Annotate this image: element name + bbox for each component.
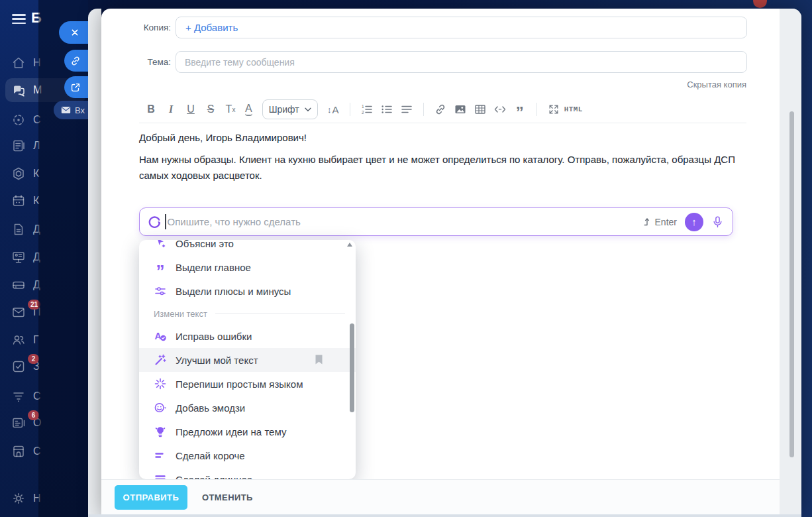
font-size-button[interactable]: ↕A [323,99,343,119]
bookmark-icon[interactable] [314,354,324,365]
link-icon [434,103,447,116]
board-icon [11,249,26,265]
ordered-list-icon: 12 [360,103,374,116]
bullet-list-button[interactable] [377,99,397,119]
font-select[interactable]: Шрифт [262,99,318,119]
message-body[interactable]: Добрый день, Игорь Владимирович! Нам нуж… [139,130,738,190]
menu-item-label: Улучши мой текст [176,355,258,366]
copilot-menu-item[interactable]: Предложи идеи на тему [139,420,356,443]
svg-text:1: 1 [362,104,364,109]
copilot-icon [11,112,26,128]
bold-button[interactable]: B [141,99,161,119]
modal-scrollbar[interactable] [789,111,794,457]
menu-item-label: Предложи идеи на тему [176,426,286,437]
quote-button[interactable]: ” [510,99,530,119]
copilot-menu-item[interactable]: Выдели плюсы и минусы [139,279,356,303]
copilot-menu-item[interactable]: Сделай длиннее [139,467,356,479]
menu-toggle-icon[interactable] [12,14,26,25]
cancel-button[interactable]: ОТМЕНИТЬ [198,492,257,503]
enter-hint: Enter [642,217,677,227]
mail-icon [61,106,71,114]
italic-button[interactable]: I [161,99,181,119]
align-button[interactable] [397,99,417,119]
screen: Б НМСЛККДДД21ПГ2ЗС6ОСН Вх Копия: + Добав… [0,0,812,517]
fullscreen-button[interactable] [544,99,564,119]
strikethrough-button[interactable]: S [201,99,221,119]
body-paragraph: Нам нужны образцы. Клиент на кухню выбир… [139,152,738,184]
ordered-list-button[interactable]: 12 [357,99,377,119]
idea-bulb-icon [154,425,167,438]
copilot-menu-item[interactable]: Сделай короче [139,443,356,467]
send-button[interactable]: ОТПРАВИТЬ [115,485,187,510]
quote-icon: ” [154,260,167,274]
behind-slider-mail-tab[interactable]: Вх [54,101,88,119]
pointer-sparkle-icon [154,240,167,250]
sliders-icon [154,284,167,298]
menu-item-label: Добавь эмодзи [176,402,245,414]
copy-field[interactable]: + Добавить [176,17,747,38]
copilot-input-bar[interactable]: Опишите, что нужно сделать Enter ↑ [139,207,733,236]
copilot-menu-item[interactable]: Улучши мой текст [139,348,356,372]
scroll-up-icon[interactable] [347,243,352,247]
copy-link-button[interactable] [64,50,88,72]
bcc-link[interactable]: Скрытая копия [687,80,746,89]
people-icon [11,332,26,348]
menu-item-label: Выдели главное [176,262,251,273]
align-left-icon [400,103,413,116]
link-icon [70,55,81,67]
html-mode-button[interactable]: HTML [564,99,584,119]
menu-item-label: Перепиши простым языком [176,378,303,390]
background-slider-edge [88,9,101,517]
home-icon [11,55,26,71]
add-recipient-button[interactable]: + Добавить [185,22,238,33]
copilot-menu-item[interactable]: Перепиши простым языком [139,372,356,396]
sparkle-burst-icon [154,377,167,390]
insert-image-button[interactable] [450,99,470,119]
slider-close-button[interactable] [59,21,88,44]
copilot-menu-item[interactable]: AИсправь ошибки [139,324,356,348]
code-icon [493,103,507,116]
copilot-menu-item[interactable]: Объясни это [139,240,356,255]
menu-scrollbar[interactable] [350,323,354,412]
subject-input[interactable] [176,51,747,73]
code-button[interactable] [490,99,510,119]
svg-text:A: A [155,331,162,341]
page-bottom-edge [88,514,801,517]
lengthen-icon [154,473,167,479]
microphone-button[interactable] [711,215,724,228]
badge: 6 [28,410,39,420]
clear-format-button[interactable]: Tx [221,99,240,119]
external-link-icon [70,82,81,93]
magic-wand-icon [154,353,167,367]
menu-item-label: Сделай длиннее [176,474,252,480]
storage-icon [11,443,26,459]
bullet-list-icon [380,103,393,116]
insert-link-button[interactable] [431,99,450,119]
copilot-icon [147,214,162,229]
copilot-menu-item[interactable]: Добавь эмодзи [139,396,356,420]
menu-item-label: Объясни это [176,240,234,249]
spellcheck-icon: A [154,329,167,343]
document-icon [11,221,26,237]
image-icon [454,103,467,116]
copilot-menu-item[interactable]: ”Выдели главное [139,255,356,279]
insert-table-button[interactable] [470,99,490,119]
copilot-submit-button[interactable]: ↑ [685,213,703,231]
chevron-down-icon [305,107,311,112]
messenger-icon [11,82,26,98]
compose-modal: Копия: + Добавить Тема: Скрытая копия B … [101,9,801,517]
funnel-icon [11,388,26,404]
svg-text:2: 2 [362,110,364,115]
subject-field-label: Тема: [101,51,171,73]
font-color-button[interactable]: A [245,103,252,116]
open-in-new-window-button[interactable] [64,76,88,98]
copy-field-label: Копия: [101,17,171,38]
editor-toolbar: B I U S Tx A Шрифт ↕A 12 [141,98,746,121]
feed-icon [11,138,26,154]
emoji-icon [154,401,167,414]
underline-button[interactable]: U [181,99,201,119]
copilot-menu: Объясни это”Выдели главноеВыдели плюсы и… [139,240,356,479]
copilot-placeholder: Опишите, что нужно сделать [168,216,642,227]
crm-icon [11,166,26,182]
gear-icon [11,490,26,506]
